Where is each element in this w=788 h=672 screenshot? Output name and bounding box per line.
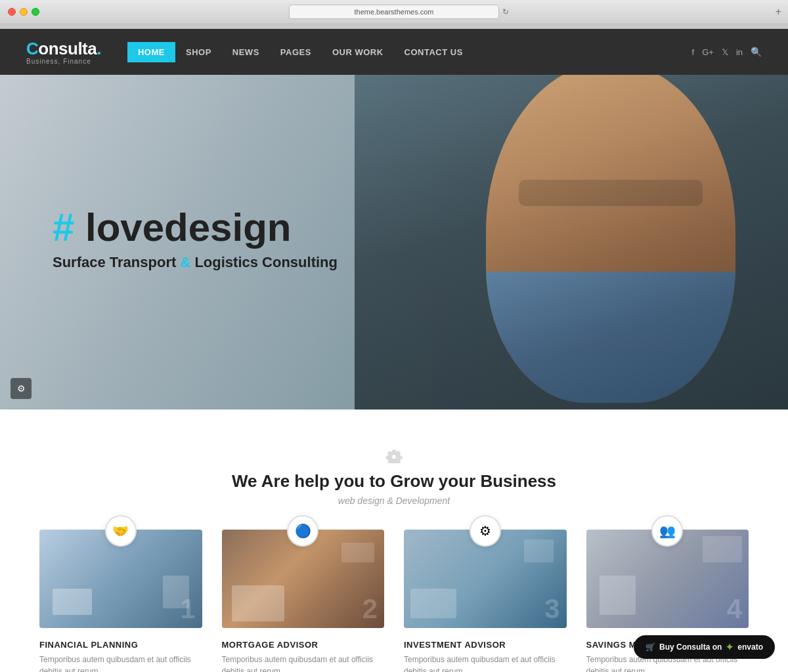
nav-pages[interactable]: PAGES bbox=[270, 42, 322, 62]
address-bar[interactable]: theme.bearsthemes.com bbox=[289, 5, 499, 19]
service-number-2: 2 bbox=[362, 595, 378, 623]
service-card-investment: ⚙ 3 INVESTMENT ADVISOR Temporibus autem … bbox=[404, 530, 567, 672]
hero-settings-button[interactable]: ⚙ bbox=[11, 378, 32, 399]
browser-toolbar bbox=[0, 24, 788, 29]
gear-decoration-icon bbox=[383, 442, 405, 463]
search-icon[interactable]: 🔍 bbox=[751, 47, 762, 57]
service-img-wrapper-2: 🔵 2 bbox=[222, 530, 385, 628]
facebook-icon[interactable]: f bbox=[692, 47, 695, 57]
nav-contact-us[interactable]: CONTACT US bbox=[394, 42, 473, 62]
new-tab-button[interactable]: + bbox=[776, 6, 781, 18]
nav-social: f G+ 𝕏 in 🔍 bbox=[692, 47, 762, 57]
settings-icon: ⚙ bbox=[17, 383, 26, 394]
hero-bg-right bbox=[355, 75, 788, 410]
service-icon-3: ⚙ bbox=[470, 515, 501, 547]
hero-section: # lovedesign Surface Transport & Logisti… bbox=[0, 75, 788, 410]
envato-icon: ✦ bbox=[726, 642, 733, 652]
services-gear-wrapper bbox=[39, 442, 749, 463]
logo-text: Consulta. bbox=[26, 39, 101, 59]
nav-news[interactable]: NEWS bbox=[222, 42, 270, 62]
service-number-3: 3 bbox=[544, 595, 559, 623]
nav-our-work[interactable]: OUR WORK bbox=[322, 42, 394, 62]
hero-subtitle: Surface Transport & Logistics Consulting bbox=[53, 254, 338, 271]
service-img-wrapper-1: 🤝 1 bbox=[39, 530, 202, 628]
close-button[interactable] bbox=[8, 8, 16, 16]
nav-links: HOME SHOP NEWS PAGES OUR WORK CONTACT US bbox=[127, 42, 692, 62]
googleplus-icon[interactable]: G+ bbox=[702, 47, 714, 57]
hero-hashtag: # lovedesign bbox=[53, 208, 338, 247]
services-subtitle: web design & Development bbox=[39, 495, 749, 506]
refresh-icon[interactable]: ↻ bbox=[502, 7, 509, 16]
service-title-2: MORTGAGE ADVISOR bbox=[222, 640, 318, 650]
service-number-1: 1 bbox=[180, 595, 195, 623]
cart-icon: 🛒 bbox=[646, 642, 655, 652]
logo[interactable]: Consulta. Business, Finance bbox=[26, 39, 101, 65]
service-icon-2: 🔵 bbox=[287, 515, 318, 547]
services-title: We Are help you to Grow your Business bbox=[39, 471, 749, 492]
minimize-button[interactable] bbox=[20, 8, 28, 16]
hero-content: # lovedesign Surface Transport & Logisti… bbox=[0, 208, 338, 276]
service-card-financial: 🤝 1 FINANCIAL PLANNING Temporibus autem … bbox=[39, 530, 202, 672]
service-desc-3: Temporibus autem quibusdam et aut offici… bbox=[404, 654, 567, 672]
service-icon-1: 🤝 bbox=[105, 515, 137, 547]
nav-shop[interactable]: SHOP bbox=[175, 42, 222, 62]
navbar: Consulta. Business, Finance HOME SHOP NE… bbox=[0, 29, 788, 75]
service-title-3: INVESTMENT ADVISOR bbox=[404, 640, 506, 650]
linkedin-icon[interactable]: in bbox=[736, 47, 743, 57]
url-text: theme.bearsthemes.com bbox=[354, 8, 433, 16]
logo-tagline: Business, Finance bbox=[26, 58, 101, 65]
service-img-wrapper-3: ⚙ 3 bbox=[404, 530, 567, 628]
logo-c: C bbox=[26, 39, 38, 58]
service-icon-4: 👥 bbox=[651, 515, 683, 547]
twitter-icon[interactable]: 𝕏 bbox=[722, 47, 728, 57]
website-content: Consulta. Business, Finance HOME SHOP NE… bbox=[0, 29, 788, 672]
services-section: We Are help you to Grow your Business we… bbox=[0, 410, 788, 672]
service-title-1: FINANCIAL PLANNING bbox=[39, 640, 138, 650]
nav-home[interactable]: HOME bbox=[127, 42, 175, 62]
browser-chrome: theme.bearsthemes.com ↻ + bbox=[0, 0, 788, 29]
buy-label: Buy Consulta on bbox=[659, 642, 722, 652]
service-number-4: 4 bbox=[727, 595, 742, 623]
service-img-wrapper-4: 👥 4 bbox=[586, 530, 749, 628]
browser-titlebar: theme.bearsthemes.com ↻ + bbox=[0, 0, 788, 24]
maximize-button[interactable] bbox=[32, 8, 39, 16]
service-card-mortgage: 🔵 2 MORTGAGE ADVISOR Temporibus autem qu… bbox=[222, 530, 385, 672]
buy-button[interactable]: 🛒 Buy Consulta on ✦ envato bbox=[634, 635, 775, 659]
service-desc-2: Temporibus autem quibusdam et aut offici… bbox=[222, 654, 385, 672]
service-desc-1: Temporibus autem quibusdam et aut offici… bbox=[39, 654, 202, 672]
envato-label: envato bbox=[737, 642, 763, 652]
